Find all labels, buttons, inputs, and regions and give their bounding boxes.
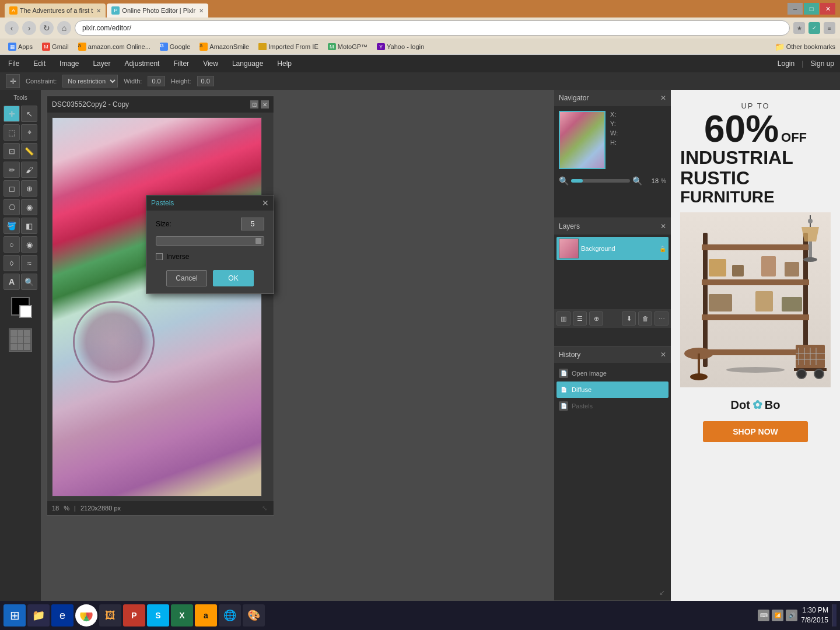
menu-icon[interactable]: ≡ [824,22,835,34]
tool-select[interactable]: ↖ [21,106,37,122]
dialog-ok-button[interactable]: OK [213,270,254,286]
tool-row-5: ◻ ⊕ [4,180,37,197]
taskbar-file-explorer[interactable]: 📁 [27,604,50,626]
tool-fill[interactable]: 🪣 [4,218,20,234]
history-item-open[interactable]: 📄 Open image [556,365,668,382]
zoom-slider[interactable] [571,179,630,183]
tool-smudge[interactable]: ≈ [21,255,37,271]
tab-pixlr-close[interactable]: ✕ [199,8,204,14]
taskbar-chrome[interactable] [75,604,97,626]
foreground-color[interactable] [11,297,30,316]
zoom-out-icon[interactable]: 🔍 [559,176,569,186]
ad-title-block: INDUSTRIAL RUSTIC FURNITURE [680,148,831,206]
back-button[interactable]: ‹ [5,21,19,35]
tab-novel[interactable]: A The Adventures of a first t ✕ [5,4,106,18]
close-button[interactable]: ✕ [820,3,835,15]
layer-new-button[interactable]: ☰ [573,312,587,326]
bookmark-apps[interactable]: ▦ Apps [5,41,36,52]
tool-lasso[interactable]: ⬚ [4,124,20,141]
dialog-close-button[interactable]: ✕ [262,198,269,208]
layer-merge-button[interactable]: ⬇ [622,312,636,326]
taskbar-misc1[interactable]: 🌐 [219,604,241,626]
tool-pencil[interactable]: ✏ [4,162,20,178]
bookmark-amazon[interactable]: a amazon.com Online... [75,41,154,52]
tool-brush[interactable]: 🖌 [21,162,37,178]
menu-help[interactable]: Help [275,58,294,69]
zoom-in-icon[interactable]: 🔍 [632,176,642,186]
layer-new-group-button[interactable]: ▥ [556,312,570,326]
tool-wand[interactable]: ⌖ [21,124,37,141]
dialog-size-slider[interactable] [156,236,264,246]
minimize-button[interactable]: – [788,3,803,15]
menu-view[interactable]: View [201,58,220,69]
taskbar-powerpoint[interactable]: P [123,604,145,626]
tool-heal[interactable]: ⊕ [21,180,37,197]
start-button[interactable]: ⊞ [4,604,26,626]
taskbar-photos[interactable]: 🖼 [99,604,121,626]
dialog-inverse-checkbox[interactable] [156,253,163,260]
tool-move[interactable]: ✛ [4,106,20,122]
tool-row-2: ⬚ ⌖ [4,124,37,141]
home-button[interactable]: ⌂ [57,21,71,35]
layer-more-button[interactable]: ⋯ [654,312,668,326]
menu-login[interactable]: Login [778,60,794,68]
tool-zoom-in[interactable]: 🔍 [21,274,37,290]
layer-delete-button[interactable]: 🗑 [638,312,652,326]
menu-signup[interactable]: Sign up [810,60,834,68]
maximize-button[interactable]: □ [804,3,819,15]
bookmark-ie[interactable]: Imported From IE [255,42,322,51]
other-bookmarks[interactable]: 📁 Other bookmarks [775,42,835,51]
taskbar-show-desktop[interactable] [832,604,836,626]
bookmark-yahoo[interactable]: Y Yahoo - login [373,42,428,51]
history-item-pastels[interactable]: 📄 Pastels [556,398,668,414]
taskbar-amazon[interactable]: a [195,604,217,626]
tool-blur[interactable]: ◉ [21,199,37,215]
taskbar-skype[interactable]: S [147,604,169,626]
layer-background[interactable]: Background 🔒 [556,237,668,260]
tab-novel-close[interactable]: ✕ [96,8,101,14]
taskbar-excel[interactable]: X [171,604,193,626]
star-icon[interactable]: ★ [793,22,805,34]
background-color[interactable] [19,305,32,318]
tool-clone[interactable]: ⎔ [4,199,20,215]
taskbar-misc2[interactable]: 🎨 [243,604,265,626]
menu-image[interactable]: Image [57,58,81,69]
tool-measure[interactable]: 📏 [21,143,37,159]
menu-layer[interactable]: Layer [90,58,113,69]
layers-close[interactable]: ✕ [660,222,666,230]
menu-edit[interactable]: Edit [31,58,48,69]
bookmark-moto[interactable]: M MotoGP™ [324,42,371,51]
layer-adjustment-button[interactable]: ⊕ [589,312,603,326]
forward-button[interactable]: › [22,21,36,35]
menu-language[interactable]: Language [230,58,265,69]
history-item-diffuse[interactable]: 📄 Diffuse [556,382,668,398]
dialog-slider-container [156,236,264,246]
history-close[interactable]: ✕ [660,351,666,359]
menu-file[interactable]: File [6,58,22,69]
tool-gradient[interactable]: ◧ [21,218,37,234]
dialog-cancel-button[interactable]: Cancel [166,270,207,286]
tab-pixlr[interactable]: P Online Photo Editor | Pixlr ✕ [107,4,208,18]
ad-shop-now-button[interactable]: SHOP NOW [703,421,808,442]
address-bar[interactable] [75,20,790,36]
bookmark-gmail[interactable]: M Gmail [38,41,72,52]
tool-crop[interactable]: ⊡ [4,143,20,159]
menu-adjustment[interactable]: Adjustment [122,58,162,69]
navigator-close[interactable]: ✕ [660,94,666,102]
refresh-button[interactable]: ↻ [40,21,54,35]
tool-sponge[interactable]: ◊ [4,255,20,271]
canvas-area[interactable]: DSC03552Copy2 - Copy ⊡ ✕ 18 [41,90,554,601]
tool-eraser[interactable]: ◻ [4,180,20,197]
constraint-select[interactable]: No restriction [62,75,118,88]
bookmark-amazons[interactable]: a AmazonSmile [196,41,253,52]
tool-dodge[interactable]: ○ [4,236,20,253]
dialog-size-input[interactable] [241,218,264,230]
tool-type[interactable]: A [4,274,20,290]
menu-filter[interactable]: Filter [171,58,191,69]
pattern-selector[interactable] [9,328,32,352]
tool-move-icon[interactable]: ✛ [6,74,20,88]
taskbar-ie[interactable]: e [51,604,74,626]
bookmark-google[interactable]: G Google [156,41,194,52]
svg-point-1 [808,219,813,223]
tool-burn[interactable]: ◉ [21,236,37,253]
